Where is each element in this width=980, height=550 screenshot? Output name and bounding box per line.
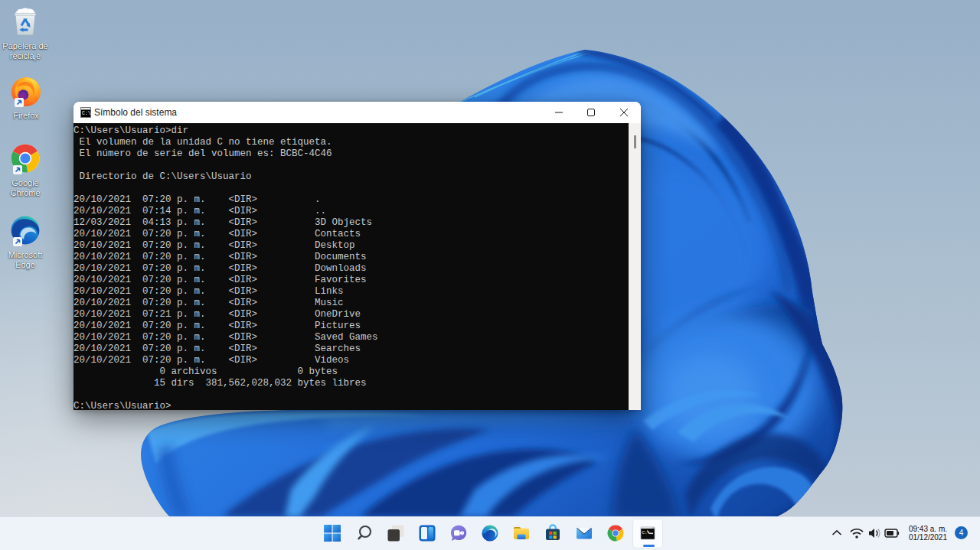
svg-text:C:\: C:\ — [642, 530, 651, 535]
svg-text:C:\: C:\ — [82, 111, 91, 116]
